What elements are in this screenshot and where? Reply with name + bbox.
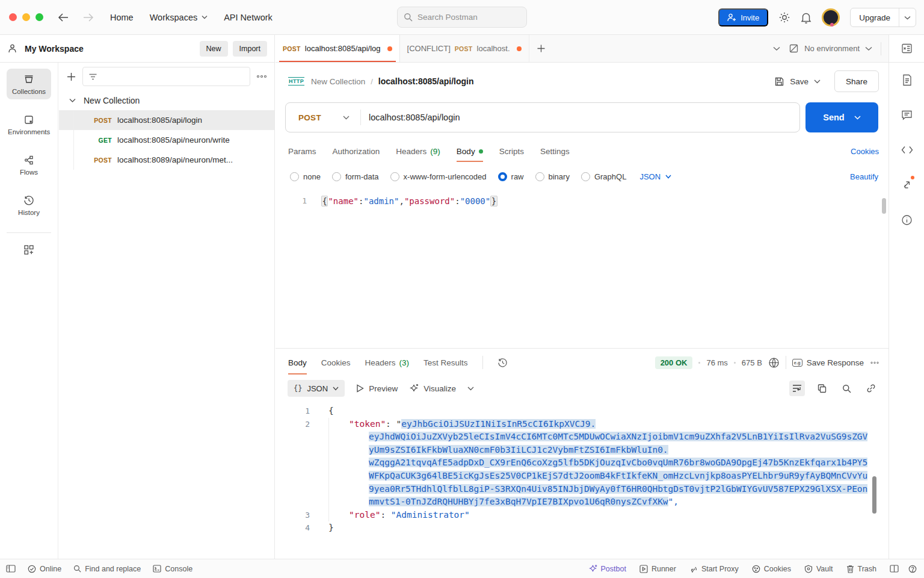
network-globe-icon[interactable] [768, 357, 780, 368]
postbot-button[interactable]: Postbot [588, 564, 626, 573]
minimize-window-button[interactable] [22, 13, 30, 21]
help-icon[interactable] [908, 565, 917, 573]
configure-sidebar-icon[interactable] [23, 244, 35, 256]
tab-headers[interactable]: Headers (9) [396, 138, 440, 164]
new-button[interactable]: New [200, 41, 228, 57]
copy-icon[interactable] [814, 381, 830, 396]
tab-body[interactable]: Body [457, 138, 483, 164]
avatar[interactable] [822, 8, 840, 26]
code-snippet-icon[interactable] [889, 132, 924, 167]
share-button[interactable]: Share [834, 70, 879, 92]
workspace-switcher[interactable]: My Workspace [7, 43, 84, 54]
vault-button[interactable]: Vault [804, 565, 833, 573]
save-button[interactable]: Save [790, 77, 808, 86]
import-button[interactable]: Import [233, 41, 267, 57]
sidebar-item-history[interactable]: History [7, 190, 51, 220]
trash-button[interactable]: Trash [846, 565, 877, 573]
save-options-chevron-icon[interactable] [814, 79, 821, 84]
response-format-selector[interactable]: {} JSON [288, 380, 345, 397]
global-search[interactable] [397, 7, 527, 28]
info-icon[interactable] [889, 202, 924, 237]
filter-collections-input[interactable] [82, 67, 250, 86]
mode-raw[interactable]: raw [498, 172, 524, 181]
changes-sync-icon[interactable] [889, 167, 924, 202]
comments-icon[interactable] [889, 98, 924, 132]
request-row-neuron-write[interactable]: GET localhost:8085/api/neuron/write [59, 130, 274, 150]
notifications-bell-icon[interactable] [801, 11, 812, 23]
response-tab-body[interactable]: Body [288, 349, 307, 376]
runner-button[interactable]: Runner [639, 565, 676, 573]
response-tab-headers[interactable]: Headers (3) [365, 349, 410, 376]
response-more-icon[interactable] [870, 361, 879, 364]
mode-graphql[interactable]: GraphQL [581, 172, 626, 181]
forward-icon[interactable] [83, 13, 94, 22]
documentation-icon[interactable] [889, 63, 924, 98]
mode-none[interactable]: none [290, 172, 321, 181]
chevron-down-icon[interactable] [467, 387, 474, 391]
search-response-icon[interactable] [839, 381, 854, 396]
tab-list-chevron-icon[interactable] [773, 46, 780, 51]
collections-more-icon[interactable] [256, 75, 267, 78]
response-time[interactable]: 76 ms [706, 358, 727, 367]
close-window-button[interactable] [9, 13, 17, 21]
beautify-link[interactable]: Beautify [850, 172, 878, 181]
tab-conflict-request[interactable]: [CONFLICT] POST localhost. [400, 35, 529, 62]
response-tab-test-results[interactable]: Test Results [424, 349, 468, 376]
back-icon[interactable] [58, 13, 69, 22]
sidebar-item-collections[interactable]: Collections [7, 69, 51, 99]
environment-selector[interactable]: No environment [789, 43, 872, 54]
mode-binary[interactable]: binary [535, 172, 570, 181]
send-button[interactable]: Send [805, 102, 878, 132]
mode-urlencoded[interactable]: x-www-form-urlencoded [390, 172, 487, 181]
request-row-neuron-met[interactable]: POST localhost:8089/api/neuron/met... [59, 150, 274, 170]
find-and-replace[interactable]: Find and replace [73, 565, 141, 573]
nav-api-network[interactable]: API Network [224, 13, 273, 22]
status-badge[interactable]: 200 OK [655, 356, 693, 369]
cookies-button[interactable]: Cookies [752, 565, 791, 573]
response-history-icon[interactable] [497, 358, 508, 368]
link-icon[interactable] [863, 381, 879, 396]
visualize-button[interactable]: Visualize [409, 384, 456, 393]
upgrade-button[interactable]: Upgrade [851, 8, 899, 26]
raw-language-selector[interactable]: JSON [639, 172, 671, 181]
save-response-button[interactable]: e.g Save Response [792, 358, 864, 367]
cookies-link[interactable]: Cookies [851, 147, 879, 156]
toggle-sidebar-icon[interactable] [6, 565, 16, 573]
mode-form-data[interactable]: form-data [332, 172, 379, 181]
environment-quick-look-icon[interactable] [901, 43, 913, 54]
wrap-lines-icon[interactable] [789, 381, 805, 396]
split-pane-icon[interactable] [890, 565, 899, 573]
sidebar-item-flows[interactable]: Flows [7, 149, 51, 180]
start-proxy-button[interactable]: Start Proxy [689, 565, 739, 573]
search-input[interactable] [417, 13, 508, 22]
nav-workspaces[interactable]: Workspaces [150, 13, 208, 22]
maximize-window-button[interactable] [35, 13, 43, 21]
send-options-chevron-icon[interactable] [854, 116, 861, 120]
online-status[interactable]: Online [28, 565, 61, 573]
tab-scripts[interactable]: Scripts [499, 138, 524, 164]
breadcrumb-collection[interactable]: New Collection [311, 77, 365, 86]
tab-params[interactable]: Params [288, 138, 316, 164]
nav-home[interactable]: Home [110, 13, 134, 22]
request-row-login[interactable]: POST localhost:8085/api/login [59, 110, 274, 130]
response-size[interactable]: 675 B [742, 358, 762, 367]
upgrade-menu-button[interactable] [899, 8, 916, 26]
tab-settings[interactable]: Settings [540, 138, 570, 164]
console-button[interactable]: Console [153, 565, 192, 573]
preview-button[interactable]: Preview [356, 384, 398, 393]
settings-gear-icon[interactable] [778, 11, 790, 23]
response-tab-cookies[interactable]: Cookies [321, 349, 351, 376]
url-input[interactable] [369, 113, 799, 122]
invite-button[interactable]: Invite [718, 8, 768, 26]
tab-authorization[interactable]: Authorization [333, 138, 380, 164]
method-selector[interactable]: POST [286, 113, 360, 122]
collection-row[interactable]: New Collection [59, 90, 274, 110]
response-scrollbar[interactable] [872, 476, 876, 514]
breadcrumb-request-name[interactable]: localhost:8085/api/login [378, 76, 474, 86]
response-body-viewer[interactable]: 1 { 2 "token": "eyJhbGciOiJSUzI1NiIsInR5… [276, 400, 889, 559]
tab-login-request[interactable]: POST localhost:8085/api/log [276, 35, 400, 62]
editor-scrollbar[interactable] [882, 198, 886, 343]
add-collection-icon[interactable] [66, 72, 76, 82]
sidebar-item-environments[interactable]: Environments [7, 109, 51, 140]
request-body-editor[interactable]: 1 {"name":"admin","password":"0000"} [276, 194, 889, 353]
